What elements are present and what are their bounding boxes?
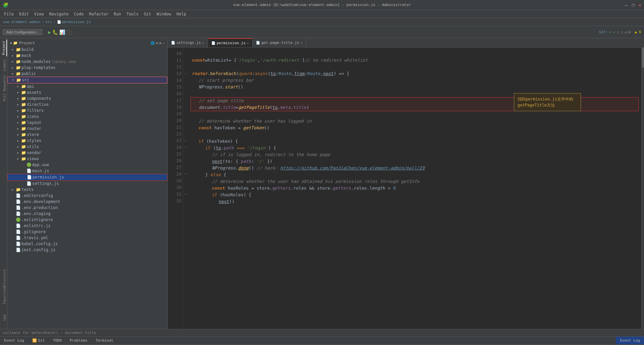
tree-item-main-js[interactable]: 📄 main.js: [7, 168, 167, 174]
menu-help[interactable]: Help: [174, 11, 189, 17]
tree-item-babel[interactable]: 📄 babel.config.js: [7, 241, 167, 247]
tab-close-gpt[interactable]: ✕: [301, 41, 303, 45]
git-undo: ↺: [625, 30, 627, 34]
tree-item-src[interactable]: ▼ 📁 src: [7, 77, 167, 83]
tab-settings-js[interactable]: 📄 settings.js ✕: [168, 38, 208, 47]
menu-file[interactable]: File: [1, 11, 16, 17]
bottom-tab-todo[interactable]: TODO: [49, 337, 66, 344]
run-btn[interactable]: ▶: [48, 29, 51, 35]
maximize-btn[interactable]: ❐: [632, 2, 634, 8]
breadcrumb-src[interactable]: src: [45, 20, 52, 24]
code-area[interactable]: 10 11 12 13 14 15 16 17 18 19 20 21 22 2…: [168, 48, 644, 329]
code-line-10: [192, 50, 637, 57]
close-btn[interactable]: ✕: [639, 2, 641, 8]
file-icon: 🟢: [15, 217, 21, 222]
activity-favorites[interactable]: Favorites: [0, 285, 7, 305]
tree-item-eslintignore[interactable]: 🟢 .eslintignore: [7, 217, 167, 223]
debug-btn[interactable]: 🐛: [52, 29, 58, 35]
code-line-30: const hasRoles = store.getters.roles && …: [192, 185, 637, 192]
project-toolbar-more[interactable]: ⚙: [159, 41, 161, 45]
bottom-tab-event-log[interactable]: Event Log: [0, 337, 28, 344]
code-line-27: NProgress.done() // hack: https://github…: [192, 165, 637, 171]
project-toolbar-scope[interactable]: 🌐: [151, 41, 155, 45]
activity-npm[interactable]: npm: [0, 314, 7, 322]
folder-icon: 📁: [15, 53, 21, 58]
tree-item-views[interactable]: ▶ 📁 views: [7, 156, 167, 162]
tree-item-mock[interactable]: ▶ 📁 mock: [7, 53, 167, 59]
menu-edit[interactable]: Edit: [16, 11, 32, 17]
tree-item-vendor[interactable]: ▶ 📁 vendor: [7, 150, 167, 156]
add-configuration-btn[interactable]: Add Configuration...: [3, 29, 43, 35]
menu-run[interactable]: Run: [111, 11, 124, 17]
tab-close-permission[interactable]: ✕: [247, 41, 249, 45]
tree-label: plop-templates: [21, 65, 55, 70]
tree-item-public[interactable]: ▶ 📁 public: [7, 71, 167, 77]
git-diff: ⊟: [628, 30, 631, 34]
activity-project[interactable]: Project: [0, 40, 7, 56]
tree-item-filters[interactable]: ▶ 📁 filters: [7, 108, 167, 114]
tree-item-styles[interactable]: ▶ 📁 styles: [7, 138, 167, 144]
tree-item-assets[interactable]: ▶ 📁 assets: [7, 89, 167, 95]
tree-item-gitignore[interactable]: 📄 .gitignore: [7, 229, 167, 235]
menu-refactor[interactable]: Refactor: [86, 11, 111, 17]
tree-item-store[interactable]: ▶ 📁 store: [7, 132, 167, 138]
code-editor[interactable]: 找到permission.js文件中的getPageTitle方法 const …: [188, 48, 641, 329]
tree-item-permission-js[interactable]: 📄 permission.js: [7, 174, 167, 181]
git-label: Git:: [599, 30, 608, 34]
minimize-btn[interactable]: —: [625, 2, 628, 8]
expand-arrow: ▶: [15, 91, 21, 94]
tree-item-plop[interactable]: ▶ 📁 plop-templates: [7, 65, 167, 71]
tab-get-page-title[interactable]: 📄 get-page-title.js ✕: [253, 38, 306, 47]
bottom-tab-problems[interactable]: Problems: [66, 337, 92, 344]
tree-label: filters: [27, 108, 44, 113]
tree-item-eslintrc[interactable]: 📄 .eslintrc.js: [7, 223, 167, 229]
project-header[interactable]: ▼ 📁 Project 🌐 ≡ ⚙ —: [7, 40, 167, 47]
bottom-tab-terminal[interactable]: Terminal: [92, 337, 117, 344]
breadcrumb-root[interactable]: vue-element-admin: [3, 20, 41, 24]
tree-label: utils: [27, 144, 39, 149]
tree-item-tests[interactable]: ▶ 📁 tests: [7, 187, 167, 193]
menu-code[interactable]: Code: [71, 11, 87, 17]
tree-item-editorconfig[interactable]: 📄 .editorconfig: [7, 193, 167, 199]
bottom-event-log-right[interactable]: Event Log: [616, 337, 644, 344]
tree-item-components[interactable]: ▶ 📁 components: [7, 95, 167, 101]
activity-pullreqs[interactable]: Pull Requests: [0, 74, 7, 102]
tree-item-travis[interactable]: 📄 .travis.yml: [7, 235, 167, 241]
git-check2: ✓: [613, 30, 615, 34]
bottom-tab-git[interactable]: 🔀Git: [28, 337, 49, 344]
tree-item-app-vue[interactable]: 🟢 App.vue: [7, 162, 167, 168]
tab-close-settings[interactable]: ✕: [202, 41, 204, 45]
tree-item-layout[interactable]: ▶ 📁 layout: [7, 120, 167, 126]
stop-btn[interactable]: ⬛: [66, 29, 72, 35]
activity-commit[interactable]: Commit: [0, 58, 7, 72]
warning-count: ▲ 6: [635, 30, 641, 34]
tree-item-icons[interactable]: ▶ 📁 icons: [7, 114, 167, 120]
scrollbar-minimap[interactable]: [641, 48, 644, 329]
project-toolbar-hide[interactable]: —: [163, 41, 165, 45]
menu-git[interactable]: Git: [141, 11, 154, 17]
breadcrumb-file[interactable]: permission.js: [62, 20, 91, 24]
tree-item-utils[interactable]: ▶ 📁 utils: [7, 144, 167, 150]
tree-item-env-prod[interactable]: 📄 .env.production: [7, 205, 167, 211]
folder-icon: 📁: [15, 47, 21, 52]
tree-item-router[interactable]: ▶ 📁 router: [7, 126, 167, 132]
menu-window[interactable]: Window: [154, 11, 174, 17]
tree-item-settings-js[interactable]: 📄 settings.js: [7, 181, 167, 187]
tree-item-env-dev[interactable]: 📄 .env.development: [7, 199, 167, 205]
tab-permission-js[interactable]: 📄 permission.js ✕: [208, 38, 253, 47]
tree-item-directive[interactable]: ▶ 📁 directive: [7, 101, 167, 108]
tree-label: jest.config.js: [21, 248, 55, 252]
tree-label: public: [21, 71, 36, 76]
menu-tools[interactable]: Tools: [124, 11, 141, 17]
tree-item-build[interactable]: ▶ 📁 build: [7, 47, 167, 53]
tree-item-jest[interactable]: 📄 jest.config.js: [7, 247, 167, 253]
tree-item-api[interactable]: ▶ 📁 api: [7, 83, 167, 89]
tree-item-node-modules[interactable]: ▶ 📁 node_modules library root: [7, 59, 167, 65]
scrollbar-thumb[interactable]: [642, 48, 644, 68]
menu-view[interactable]: View: [32, 11, 47, 17]
menu-navigate[interactable]: Navigate: [47, 11, 71, 17]
code-line-22: [192, 131, 637, 138]
coverage-btn[interactable]: 📊: [59, 29, 65, 35]
project-toolbar-collapse[interactable]: ≡: [156, 41, 158, 45]
tree-item-env-staging[interactable]: 📄 .env.staging: [7, 211, 167, 217]
